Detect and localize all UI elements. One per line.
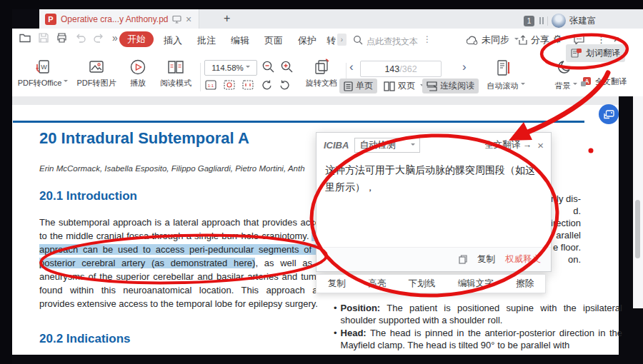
screenshot-share-float-button[interactable] [599,104,619,124]
close-tab-icon[interactable]: × [186,14,191,25]
pdf-to-image-label: PDF转图片 [77,79,116,87]
rotate-document-button[interactable]: 旋转文档 [301,59,342,89]
word-translate-button[interactable]: 划词翻译 [566,44,625,62]
pdf-to-office-button[interactable]: W PDF转Office [16,59,69,89]
feedback-icon[interactable] [574,35,584,44]
auto-scroll-button[interactable]: 自动滚动 [480,81,532,91]
scrollbar[interactable] [633,96,643,308]
print-icon[interactable] [56,33,67,43]
right-column-fragment: on. [568,254,581,265]
redo-icon[interactable] [94,34,104,43]
arrow-right-icon: → [523,140,532,150]
popup-full-translate-link[interactable]: 全文翻译 → [484,139,532,151]
menu-overflow-chevron[interactable]: › [337,34,347,46]
single-page-mode-button[interactable]: 单页 [339,79,377,93]
background-button[interactable]: 背景 [549,81,582,91]
share-button[interactable]: 分享 [518,34,549,46]
chevron-down-icon [246,66,250,70]
tab-bar-dark-corner [12,9,39,29]
search-icon[interactable] [353,35,363,45]
zoom-preset-icons: 1:1 [205,79,291,91]
avatar[interactable] [552,14,566,28]
selection-toolbar: 复制 高亮 下划线 编辑文字 擦除 [316,274,546,293]
rotate-right-icon[interactable] [279,79,291,91]
intro-paragraph: The subtemporal approach is a lateral ap… [39,216,329,310]
more-commands-icon[interactable]: » [112,32,118,44]
new-tab-button[interactable]: + [224,12,230,25]
authority-definition-link[interactable]: 权威释义 [505,253,541,266]
document-tab[interactable]: P Operative cra...y Anthony.pdf × [39,9,199,29]
monitor-icon[interactable] [172,15,181,24]
popup-close-icon[interactable]: × [537,139,544,151]
right-column-fragment: d. [573,206,581,216]
window-stack-icon [538,14,544,27]
fit-page-icon[interactable] [224,79,235,91]
play-button[interactable]: 播放 [122,59,154,89]
copy-icon[interactable] [459,255,467,264]
menu-tab-home[interactable]: 开始 [119,31,154,47]
zoom-out-icon[interactable] [261,60,275,74]
popup-copy-button[interactable]: 复制 [477,253,495,266]
more-menu-icon[interactable]: ⋮ [597,34,606,45]
svg-text:W: W [41,64,47,71]
chevron-down-icon [64,80,68,84]
rotate-left-icon[interactable] [261,79,272,91]
tab-title: Operative cra...y Anthony.pdf [61,14,168,24]
intro-text-pre: The subtemporal approach is a lateral ap… [39,217,329,241]
translate-popup: ICIBA 自动检测 全文翻译 → × 这种方法可用于大脑后动脉的髁突周围段（如… [316,132,552,272]
bullet-icon: • [334,302,337,326]
menu-tab-protect[interactable]: 保护 [298,34,316,47]
selection-copy-button[interactable]: 复制 [328,278,346,290]
list-item: • Position: The patient is positioned su… [334,302,622,326]
search-options-icon[interactable]: ⋮ [423,34,432,44]
pdf-file-icon: P [45,14,56,25]
continuous-reading-button[interactable]: 连续阅读 [422,79,479,93]
next-page-button[interactable]: › [462,60,467,74]
menu-tab-insert[interactable]: 插入 [164,34,182,47]
list-item: • Head: The head is pinned in the anteri… [334,327,622,351]
menu-tab-convert[interactable]: 转 [327,34,336,47]
selection-underline-button[interactable]: 下划线 [409,278,436,290]
right-column-fragment: arallel [556,230,581,241]
gear-icon[interactable]: ⚙ [553,33,562,46]
selection-erase-button[interactable]: 擦除 [516,278,534,290]
sync-status[interactable]: 未同步 [467,34,519,46]
save-icon[interactable] [39,33,49,43]
double-page-mode-button[interactable]: 双页 [379,79,429,93]
fit-width-icon[interactable] [242,79,254,91]
translate-popup-footer: 复制 权威释义 [316,247,551,271]
menu-tab-annotate[interactable]: 批注 [197,34,216,47]
bullet-icon: • [334,327,337,351]
selection-edit-text-button[interactable]: 编辑文字 [458,278,494,290]
selection-highlight-button[interactable]: 高亮 [368,278,386,290]
bullet-text: The head is pinned in the anterior-poste… [341,328,622,350]
chevron-down-icon [573,83,577,87]
zoom-value: 114.58% [211,64,244,72]
actual-size-icon[interactable]: 1:1 [205,79,216,91]
full-translate-button[interactable]: A 全文翻译 [580,76,627,87]
collapse-ribbon-icon[interactable] [614,36,622,42]
word-translate-label: 划词翻译 [586,47,620,59]
search-input[interactable]: 点此查找文本 [367,36,418,48]
previous-page-button[interactable]: ‹ [349,60,354,74]
chevron-down-icon [411,143,415,148]
section-indications-heading: 20.2 Indications [39,332,131,346]
zoom-in-icon[interactable] [280,60,294,74]
reading-mode-button[interactable]: 阅读模式 [156,59,196,89]
titlebar-right: 1 张建富 [524,14,597,28]
detect-language-select[interactable]: 自动检测 [354,138,420,153]
open-file-icon[interactable] [19,33,31,43]
rotate-document-label: 旋转文档 [306,79,337,87]
zoom-level-select[interactable]: 114.58% [204,60,257,76]
auto-scroll-icon[interactable] [496,59,512,76]
undo-icon[interactable] [75,34,86,43]
page-number-box[interactable]: 143/362 [360,61,442,77]
scrollbar-thumb[interactable] [635,200,640,258]
menu-tab-page[interactable]: 页面 [264,34,283,47]
app-window-chrome: P Operative cra...y Anthony.pdf × + 1 张建… [12,9,643,96]
screenshot-root: { "icons": { "plus": "+", "overflow": "»… [0,0,643,364]
bullet-label: Head: [341,328,367,338]
menu-tab-edit[interactable]: 编辑 [231,34,249,47]
pdf-to-image-button[interactable]: PDF转图片 [72,59,121,89]
window-count-badge[interactable]: 1 [524,16,534,26]
